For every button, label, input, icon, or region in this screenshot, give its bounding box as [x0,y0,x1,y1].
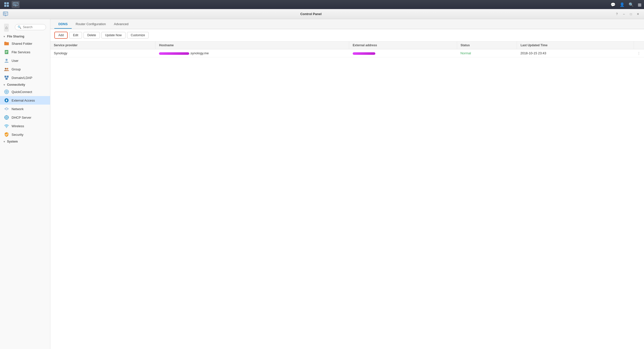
taskbar-right-icons: 💬 👤 🔍 ▦ [611,2,641,7]
svg-rect-7 [14,4,15,5]
desktop-taskbar-icon[interactable]: ▦ [638,2,641,7]
svg-rect-1 [7,2,9,4]
svg-rect-2 [4,5,6,7]
taskbar: 💬 👤 🔍 ▦ [0,0,644,9]
control-panel-taskbar-icon[interactable] [12,1,20,8]
launcher-icon[interactable] [3,1,11,8]
user-taskbar-icon[interactable]: 👤 [620,2,625,7]
taskbar-apps [3,1,20,8]
svg-rect-4 [13,3,18,6]
svg-rect-3 [7,5,9,7]
search-taskbar-icon[interactable]: 🔍 [629,2,634,7]
svg-rect-8 [15,4,16,5]
svg-rect-0 [4,2,6,4]
chat-taskbar-icon[interactable]: 💬 [611,2,616,7]
